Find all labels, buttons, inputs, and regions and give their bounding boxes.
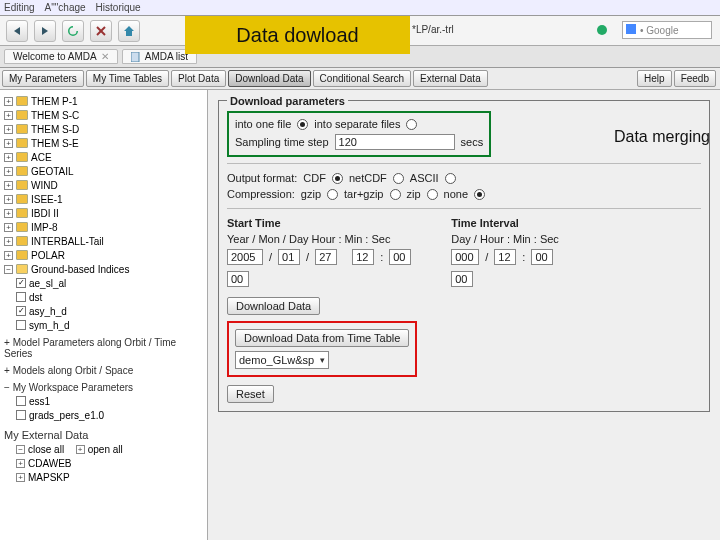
menu-plot-data[interactable]: Plot Data (171, 70, 226, 87)
tree-item[interactable]: ✓asy_h_d (2, 304, 205, 318)
timetable-select[interactable]: demo_GLw&sp (235, 351, 329, 369)
forward-button[interactable] (34, 20, 56, 42)
tree-item[interactable]: grads_pers_e1.0 (2, 408, 205, 422)
menu-my-parameters[interactable]: My Parameters (2, 70, 84, 87)
expand-icon[interactable]: + (76, 445, 85, 454)
collapse-icon[interactable]: − (16, 445, 25, 454)
expand-icon[interactable]: + (4, 181, 13, 190)
start-day-input[interactable]: 27 (315, 249, 337, 265)
start-min-input[interactable]: 00 (389, 249, 411, 265)
expand-icon[interactable]: + (4, 365, 10, 376)
start-mon-input[interactable]: 01 (278, 249, 300, 265)
tree-item[interactable]: dst (2, 290, 205, 304)
download-data-button[interactable]: Download Data (227, 297, 320, 315)
start-hour-input[interactable]: 12 (352, 249, 374, 265)
radio-gzip[interactable] (327, 189, 338, 200)
radio-zip[interactable] (427, 189, 438, 200)
home-button[interactable] (118, 20, 140, 42)
tree-item[interactable]: +MAPSKP (2, 470, 205, 484)
search-input[interactable]: • Google (622, 21, 712, 39)
expand-icon[interactable]: + (4, 223, 13, 232)
tab-welcome[interactable]: Welcome to AMDA ✕ (4, 49, 118, 64)
tree-item[interactable]: +IMP-8 (2, 220, 205, 234)
menu-external-data[interactable]: External Data (413, 70, 488, 87)
expand-icon[interactable]: + (4, 139, 13, 148)
radio-ascii[interactable] (445, 173, 456, 184)
tree-item[interactable]: ✓ae_sl_al (2, 276, 205, 290)
menu-help[interactable]: Help (637, 70, 672, 87)
menu-feedback[interactable]: Feedb (674, 70, 716, 87)
checkbox[interactable]: ✓ (16, 306, 26, 316)
tree-item[interactable]: +INTERBALL-Tail (2, 234, 205, 248)
download-from-timetable-button[interactable]: Download Data from Time Table (235, 329, 409, 347)
tree-item[interactable]: ess1 (2, 394, 205, 408)
radio-targz[interactable] (390, 189, 401, 200)
reset-button[interactable]: Reset (227, 385, 274, 403)
expand-icon[interactable]: + (4, 153, 13, 162)
checkbox[interactable] (16, 292, 26, 302)
start-year-input[interactable]: 2005 (227, 249, 263, 265)
expand-icon[interactable]: + (4, 237, 13, 246)
expand-icon[interactable]: + (16, 459, 25, 468)
expand-icon[interactable]: + (16, 473, 25, 482)
tree-closeall[interactable]: −close all +open all (2, 442, 205, 456)
tree-item[interactable]: +IBDI II (2, 206, 205, 220)
menu-historique[interactable]: Historique (96, 2, 141, 13)
tree-item[interactable]: +GEOTAIL (2, 164, 205, 178)
expand-icon[interactable]: + (4, 195, 13, 204)
expand-icon[interactable]: + (4, 337, 10, 348)
tree-model-params[interactable]: + Model Parameters along Orbit / Time Se… (2, 336, 205, 360)
stop-button[interactable] (90, 20, 112, 42)
radio-one-file[interactable] (297, 119, 308, 130)
tree-ground-indices[interactable]: − Ground-based Indices (2, 262, 205, 276)
menu-download-data[interactable]: Download Data (228, 70, 310, 87)
back-button[interactable] (6, 20, 28, 42)
start-sec-input[interactable]: 00 (227, 271, 249, 287)
tree-item[interactable]: +WIND (2, 178, 205, 192)
close-icon[interactable]: ✕ (101, 51, 109, 62)
expand-icon[interactable]: + (4, 209, 13, 218)
tree-item[interactable]: +THEM S-D (2, 122, 205, 136)
expand-icon[interactable]: − (4, 382, 10, 393)
interval-min-input[interactable]: 00 (531, 249, 553, 265)
tree-item[interactable]: +CDAWEB (2, 456, 205, 470)
expand-icon[interactable]: + (4, 251, 13, 260)
expand-icon[interactable]: − (4, 265, 13, 274)
tree-item[interactable]: +THEM P-1 (2, 94, 205, 108)
tree-label: THEM S-D (31, 124, 79, 135)
folder-icon (16, 208, 28, 218)
radio-cdf[interactable] (332, 173, 343, 184)
reload-button[interactable] (62, 20, 84, 42)
menu-editing[interactable]: Editing (4, 2, 35, 13)
tree-item[interactable]: +THEM S-C (2, 108, 205, 122)
tree-item[interactable]: +POLAR (2, 248, 205, 262)
menu-my-timetables[interactable]: My Time Tables (86, 70, 169, 87)
tree-external-data: My External Data (2, 428, 205, 442)
checkbox[interactable]: ✓ (16, 278, 26, 288)
interval-hour-input[interactable]: 12 (494, 249, 516, 265)
sampling-input[interactable]: 120 (335, 134, 455, 150)
tab-label: AMDA list (145, 51, 188, 62)
expand-icon[interactable]: + (4, 125, 13, 134)
tree-item[interactable]: +THEM S-E (2, 136, 205, 150)
checkbox[interactable] (16, 396, 26, 406)
radio-none[interactable] (474, 189, 485, 200)
radio-separate-files[interactable] (406, 119, 417, 130)
expand-icon[interactable]: + (4, 167, 13, 176)
radio-netcdf[interactable] (393, 173, 404, 184)
tree-item[interactable]: +ACE (2, 150, 205, 164)
go-icon[interactable] (596, 24, 610, 38)
expand-icon[interactable]: + (4, 97, 13, 106)
tree-item[interactable]: sym_h_d (2, 318, 205, 332)
expand-icon[interactable]: + (4, 111, 13, 120)
checkbox[interactable] (16, 320, 26, 330)
menu-conditional-search[interactable]: Conditional Search (313, 70, 412, 87)
interval-day-input[interactable]: 000 (451, 249, 479, 265)
tree-models-space[interactable]: + Models along Orbit / Space (2, 364, 205, 377)
tree-workspace-params[interactable]: − My Workspace Parameters (2, 381, 205, 394)
checkbox[interactable] (16, 410, 26, 420)
menu-affichage[interactable]: A""chage (45, 2, 86, 13)
tree-label: GEOTAIL (31, 166, 74, 177)
interval-sec-input[interactable]: 00 (451, 271, 473, 287)
tree-item[interactable]: +ISEE-1 (2, 192, 205, 206)
